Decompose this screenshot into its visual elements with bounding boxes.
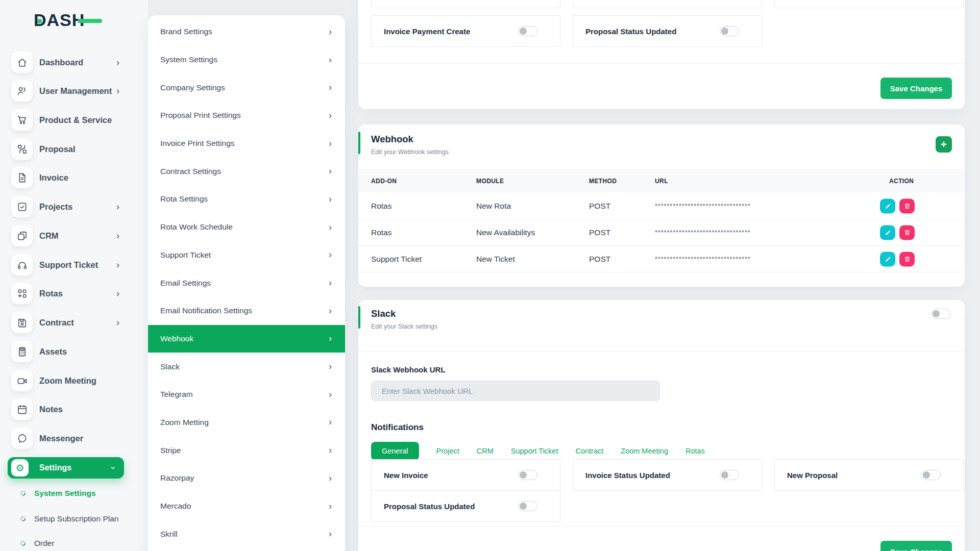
settings-menu-slack[interactable]: Slack› bbox=[148, 353, 345, 381]
settings-menu-zoom-metting[interactable]: Zoom Metting› bbox=[148, 409, 345, 437]
menu-item-label: Rota Work Schedule bbox=[160, 222, 233, 232]
new-invoice-toggle[interactable] bbox=[518, 470, 537, 480]
toggle-card-proposal-status-updated: Proposal Status Updated bbox=[371, 490, 560, 522]
headset-icon bbox=[11, 254, 33, 276]
settings-menu-contract-settings[interactable]: Contract Settings› bbox=[148, 157, 345, 185]
settings-menu-mercado[interactable]: Mercado› bbox=[148, 492, 345, 520]
calendar-icon bbox=[11, 398, 33, 420]
sidebar-item-label: Proposal bbox=[39, 144, 76, 154]
sidebar-item-rotas[interactable]: Rotas › bbox=[0, 283, 148, 304]
cell-method: POST bbox=[589, 202, 610, 211]
menu-item-label: Email Settings bbox=[160, 279, 211, 288]
settings-menu-invoice-print-settings[interactable]: Invoice Print Settings› bbox=[148, 130, 345, 158]
settings-menu-brand-settings[interactable]: Brand Settings› bbox=[148, 18, 345, 46]
proposal-status-updated-toggle[interactable] bbox=[720, 26, 739, 36]
home-icon bbox=[11, 52, 33, 73]
pencil-icon bbox=[885, 256, 891, 262]
tab-project[interactable]: Project bbox=[436, 447, 459, 455]
settings-menu-skrill[interactable]: Skrill› bbox=[148, 520, 345, 548]
cell-addon: Support Ticket bbox=[371, 255, 422, 264]
bullet-icon bbox=[19, 540, 27, 547]
sidebar-item-user-management[interactable]: User Management › bbox=[0, 80, 148, 102]
logo-dash-icon bbox=[78, 19, 102, 23]
webhook-title: Webhook bbox=[371, 134, 413, 145]
proposal-status-updated-slack-toggle[interactable] bbox=[518, 501, 537, 511]
sidebar-item-settings[interactable]: ⚙ Settings › bbox=[8, 457, 124, 479]
webhook-subtitle: Edit your Webhook settings bbox=[371, 148, 449, 156]
slack-enable-toggle[interactable] bbox=[931, 309, 950, 319]
sidebar-item-contract[interactable]: Contract › bbox=[0, 312, 148, 333]
cutoff-card bbox=[774, 0, 964, 8]
edit-webhook-button[interactable] bbox=[880, 198, 895, 213]
cell-url-masked: ******************************** bbox=[655, 229, 751, 236]
sidebar-item-zoom-meeting[interactable]: Zoom Meeting bbox=[0, 370, 148, 391]
settings-menu-system-settings[interactable]: System Settings› bbox=[148, 46, 345, 74]
save-changes-button[interactable]: Save Changes bbox=[880, 78, 952, 99]
menu-item-label: Company Settings bbox=[160, 83, 225, 92]
sidebar-item-messenger[interactable]: Messenger bbox=[0, 428, 148, 449]
column-header-method: METHOD bbox=[589, 178, 617, 185]
settings-menu-email-settings[interactable]: Email Settings› bbox=[148, 269, 345, 297]
toggle-card-new-invoice: New Invoice bbox=[371, 459, 560, 491]
tab-contract[interactable]: Contract bbox=[575, 447, 603, 455]
check-square-icon bbox=[11, 196, 33, 217]
brand-logo[interactable]: DASH bbox=[34, 10, 85, 32]
tab-zoom-meeting[interactable]: Zoom Meeting bbox=[621, 447, 668, 455]
webhook-table-header: ADD-ON MODULE METHOD URL ACTION bbox=[358, 169, 965, 192]
sidebar-item-support-ticket[interactable]: Support Ticket › bbox=[0, 254, 148, 276]
sidebar-item-notes[interactable]: Notes bbox=[0, 398, 148, 420]
settings-menu-razorpay[interactable]: Razorpay› bbox=[148, 464, 345, 492]
settings-menu-panel: Brand Settings› System Settings› Company… bbox=[148, 15, 345, 551]
sidebar-item-assets[interactable]: Assets bbox=[0, 341, 148, 362]
sidebar-item-label: Projects bbox=[39, 202, 72, 212]
sidebar-subitem-setup-subscription-plan[interactable]: Setup Subscription Plan bbox=[0, 513, 148, 525]
tab-rotas[interactable]: Rotas bbox=[685, 447, 705, 455]
chevron-right-icon: › bbox=[116, 201, 119, 212]
toggle-card-new-proposal: New Proposal bbox=[774, 459, 964, 491]
sidebar-item-crm[interactable]: CRM › bbox=[0, 225, 148, 246]
menu-item-label: Contract Settings bbox=[160, 167, 221, 176]
settings-menu-proposal-print-settings[interactable]: Proposal Print Settings› bbox=[148, 102, 345, 130]
tab-general[interactable]: General bbox=[371, 442, 419, 460]
tab-crm[interactable]: CRM bbox=[477, 447, 494, 455]
menu-item-label: Stripe bbox=[160, 446, 181, 455]
sidebar-item-dashboard[interactable]: Dashboard › bbox=[0, 52, 148, 73]
invoice-status-updated-toggle[interactable] bbox=[720, 470, 739, 480]
edit-webhook-button[interactable] bbox=[880, 252, 895, 266]
invoice-payment-create-toggle[interactable] bbox=[518, 26, 537, 36]
sidebar-subitem-system-settings[interactable]: System Settings bbox=[0, 487, 148, 499]
settings-menu-support-ticket[interactable]: Support Ticket› bbox=[148, 241, 345, 269]
sidebar-item-projects[interactable]: Projects › bbox=[0, 196, 148, 217]
settings-menu-email-notification-settings[interactable]: Email Notification Settings› bbox=[148, 297, 345, 325]
settings-menu-telegram[interactable]: Telegram› bbox=[148, 381, 345, 409]
settings-menu-webhook[interactable]: Webhook› bbox=[148, 325, 345, 353]
delete-webhook-button[interactable] bbox=[899, 225, 915, 240]
chevron-right-icon: › bbox=[116, 317, 119, 328]
settings-menu-rota-work-schedule[interactable]: Rota Work Schedule› bbox=[148, 213, 345, 241]
save-changes-button-slack[interactable]: Save Changes bbox=[880, 541, 952, 551]
sidebar-item-proposal[interactable]: Proposal bbox=[0, 138, 148, 160]
delete-webhook-button[interactable] bbox=[899, 198, 915, 213]
sidebar-item-product-service[interactable]: Product & Service bbox=[0, 109, 148, 131]
cell-method: POST bbox=[589, 255, 610, 264]
settings-menu-company-settings[interactable]: Company Settings› bbox=[148, 73, 345, 102]
settings-menu-rota-settings[interactable]: Rota Settings› bbox=[148, 185, 345, 213]
cell-url-masked: ******************************** bbox=[655, 203, 751, 210]
slack-panel: Slack Edit your Slack settings Slack Web… bbox=[358, 300, 965, 551]
table-row: Support Ticket New Ticket POST *********… bbox=[358, 246, 965, 272]
menu-item-label: Razorpay bbox=[160, 473, 194, 483]
add-webhook-button[interactable]: + bbox=[936, 136, 952, 153]
slack-webhook-url-input[interactable] bbox=[371, 381, 660, 401]
sidebar-item-invoice[interactable]: Invoice bbox=[0, 167, 148, 188]
tab-support-ticket[interactable]: Support Ticket bbox=[511, 447, 558, 455]
top-settings-panel: Invoice Payment Create Proposal Status U… bbox=[358, 0, 965, 109]
delete-webhook-button[interactable] bbox=[899, 252, 915, 266]
menu-item-label: Invoice Print Settings bbox=[160, 139, 235, 148]
edit-webhook-button[interactable] bbox=[880, 225, 895, 240]
settings-menu-stripe[interactable]: Stripe› bbox=[148, 436, 345, 464]
grid-plus-icon bbox=[11, 283, 33, 304]
chat-bubble-icon bbox=[11, 428, 33, 449]
new-proposal-toggle[interactable] bbox=[921, 470, 941, 480]
chevron-right-icon: › bbox=[329, 110, 332, 121]
sidebar-subitem-order[interactable]: Order bbox=[0, 537, 148, 549]
